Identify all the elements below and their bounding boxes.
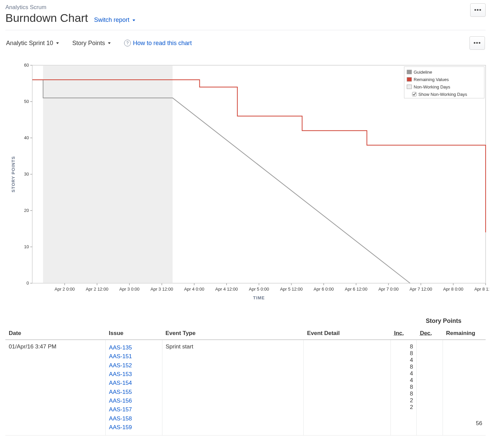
chevron-down-icon xyxy=(133,20,135,21)
events-table: Date Issue Event Type Event Detail Inc. … xyxy=(5,327,486,436)
col-date: Date xyxy=(5,327,106,340)
svg-text:Apr 7 12:00: Apr 7 12:00 xyxy=(410,287,432,292)
table-row: 01/Apr/16 3:47 PMAAS-135AAS-151AAS-152AA… xyxy=(5,340,486,436)
issue-link[interactable]: AAS-151 xyxy=(109,352,158,361)
estimation-label: Story Points xyxy=(72,40,105,46)
issue-link[interactable]: AAS-156 xyxy=(109,397,158,405)
issue-link[interactable]: AAS-153 xyxy=(109,370,158,379)
page-title: Burndown Chart xyxy=(5,11,88,25)
show-non-working-days-checkbox[interactable] xyxy=(412,92,416,96)
svg-text:10: 10 xyxy=(24,244,29,249)
sprint-dropdown[interactable]: Analytic Sprint 10 xyxy=(6,40,59,47)
how-to-read-link[interactable]: ? How to read this chart xyxy=(124,40,192,47)
issue-link[interactable]: AAS-152 xyxy=(109,361,158,370)
chart-more-button[interactable]: ••• xyxy=(469,36,485,50)
chevron-down-icon xyxy=(56,42,59,44)
svg-text:20: 20 xyxy=(24,208,29,213)
svg-text:TIME: TIME xyxy=(253,295,265,300)
ellipsis-icon: ••• xyxy=(474,40,481,46)
svg-text:STORY POINTS: STORY POINTS xyxy=(11,156,16,192)
svg-text:Apr 3 12:00: Apr 3 12:00 xyxy=(151,287,173,292)
col-inc: Inc. xyxy=(391,327,417,340)
svg-text:Apr 6 0:00: Apr 6 0:00 xyxy=(314,287,334,292)
breadcrumb[interactable]: Analytics Scrum xyxy=(5,4,135,11)
how-to-read-label: How to read this chart xyxy=(133,40,192,47)
cell-event-detail xyxy=(304,340,391,436)
chevron-down-icon xyxy=(108,42,111,44)
svg-rect-50 xyxy=(407,77,412,81)
burndown-chart: 0102030405060STORY POINTSApr 2 0:00Apr 2… xyxy=(8,63,486,305)
svg-rect-48 xyxy=(407,70,412,74)
switch-report-label: Switch report xyxy=(94,16,129,23)
svg-text:30: 30 xyxy=(24,172,29,177)
svg-text:Apr 4 12:00: Apr 4 12:00 xyxy=(215,287,238,292)
page-more-button[interactable]: ••• xyxy=(470,3,486,17)
divider xyxy=(5,30,486,30)
cell-event-type: Sprint start xyxy=(162,340,304,436)
issue-link[interactable]: AAS-159 xyxy=(109,423,158,432)
col-dec: Dec. xyxy=(417,327,443,340)
ellipsis-icon: ••• xyxy=(474,7,482,13)
svg-text:Guideline: Guideline xyxy=(414,70,432,75)
issue-link[interactable]: AAS-155 xyxy=(109,388,158,397)
svg-text:Apr 5 0:00: Apr 5 0:00 xyxy=(249,287,269,292)
col-event-type: Event Type xyxy=(162,327,304,340)
sprint-label: Analytic Sprint 10 xyxy=(6,40,53,46)
issue-link[interactable]: AAS-157 xyxy=(109,405,158,414)
col-issue: Issue xyxy=(106,327,162,340)
svg-rect-52 xyxy=(407,85,412,89)
help-icon: ? xyxy=(124,40,131,46)
col-event-detail: Event Detail xyxy=(304,327,391,340)
svg-text:40: 40 xyxy=(24,135,29,140)
svg-text:Apr 5 12:00: Apr 5 12:00 xyxy=(280,287,303,292)
svg-text:Show Non-Working Days: Show Non-Working Days xyxy=(418,92,467,97)
svg-text:Non-Working Days: Non-Working Days xyxy=(414,84,450,89)
svg-text:Apr 3 0:00: Apr 3 0:00 xyxy=(119,287,140,292)
issue-link[interactable]: AAS-158 xyxy=(109,414,158,423)
svg-text:50: 50 xyxy=(24,99,29,104)
cell-dec xyxy=(417,340,443,436)
svg-text:0: 0 xyxy=(27,281,29,286)
svg-text:Remaining Values: Remaining Values xyxy=(414,77,449,82)
svg-text:Apr 4 0:00: Apr 4 0:00 xyxy=(184,287,204,292)
cell-issues: AAS-135AAS-151AAS-152AAS-153AAS-154AAS-1… xyxy=(106,340,162,436)
svg-text:Apr 2 0:00: Apr 2 0:00 xyxy=(54,287,75,292)
issue-link[interactable]: AAS-135 xyxy=(109,343,158,352)
issue-link[interactable]: AAS-154 xyxy=(109,379,158,387)
cell-remaining: 56 xyxy=(443,340,486,436)
svg-text:Apr 8 0:00: Apr 8 0:00 xyxy=(443,287,463,292)
cell-date: 01/Apr/16 3:47 PM xyxy=(5,340,106,436)
estimation-dropdown[interactable]: Story Points xyxy=(72,40,111,47)
svg-text:Apr 7 0:00: Apr 7 0:00 xyxy=(378,287,399,292)
story-points-header: Story Points xyxy=(5,318,486,325)
col-remaining: Remaining xyxy=(443,327,486,340)
svg-text:Apr 6 12:00: Apr 6 12:00 xyxy=(345,287,367,292)
svg-text:Apr 8 12:00: Apr 8 12:00 xyxy=(474,287,489,292)
svg-text:60: 60 xyxy=(24,63,29,68)
cell-inc: 8848448822 xyxy=(391,340,417,436)
switch-report-link[interactable]: Switch report xyxy=(94,16,135,24)
svg-text:Apr 2 12:00: Apr 2 12:00 xyxy=(86,287,108,292)
